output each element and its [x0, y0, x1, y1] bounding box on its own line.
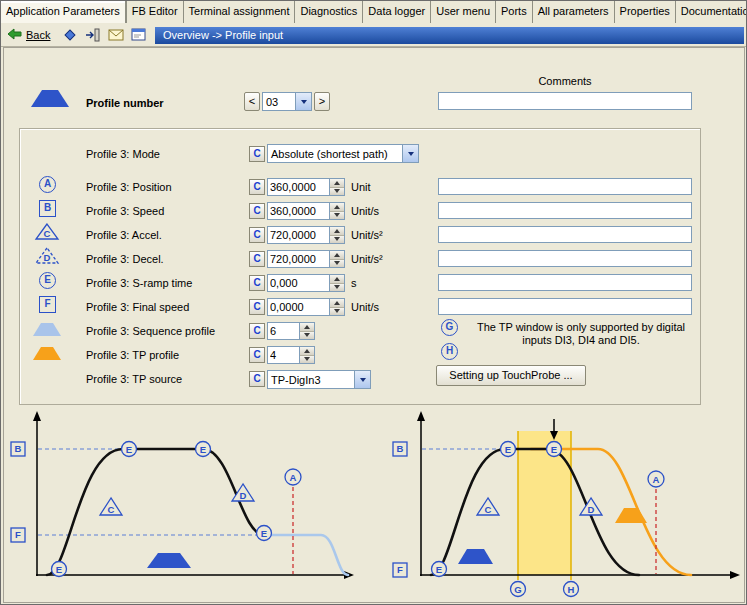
tp-profile-label: Profile 3: TP profile [86, 349, 179, 361]
spin-up-button[interactable] [300, 347, 314, 356]
final-speed-spinedit[interactable] [267, 298, 345, 316]
mail-icon[interactable] [106, 26, 126, 44]
tab-diagnostics[interactable]: Diagnostics [294, 1, 362, 23]
sramp-input[interactable] [268, 275, 329, 291]
spin-up-button[interactable] [330, 251, 344, 260]
tp-source-c-button[interactable]: C [249, 371, 265, 387]
profile-number-value: 03 [263, 96, 295, 108]
final-speed-comment-input[interactable] [438, 298, 692, 315]
sequence-input[interactable] [268, 323, 299, 339]
sramp-label: Profile 3: S-ramp time [86, 277, 192, 289]
tab-fb-editor[interactable]: FB Editor [126, 1, 183, 23]
position-spinedit[interactable] [267, 178, 345, 196]
svg-text:F: F [397, 564, 403, 575]
accel-c-button[interactable]: C [249, 227, 265, 243]
speed-c-button[interactable]: C [249, 203, 265, 219]
tab-all-parameters[interactable]: All parameters [532, 1, 614, 23]
final-speed-unit: Unit/s [351, 301, 379, 313]
marker-d-icon: D [34, 246, 60, 265]
tab-data-logger[interactable]: Data logger [362, 1, 430, 23]
mode-c-button[interactable]: C [249, 146, 265, 162]
final-speed-c-button[interactable]: C [249, 299, 265, 315]
speed-input[interactable] [268, 203, 329, 219]
sequence-label: Profile 3: Sequence profile [86, 325, 215, 337]
spin-up-button[interactable] [330, 299, 344, 308]
position-input[interactable] [268, 179, 329, 195]
speed-unit: Unit/s [351, 205, 379, 217]
position-comment-input[interactable] [438, 178, 692, 195]
speed-spinedit[interactable] [267, 202, 345, 220]
profile-number-label: Profile number [86, 97, 164, 109]
breadcrumb-text: Overview -> Profile input [163, 29, 283, 41]
svg-text:B: B [15, 443, 22, 454]
decel-input[interactable] [268, 251, 329, 267]
comments-input[interactable] [438, 92, 692, 110]
window-icon[interactable] [129, 26, 149, 44]
sramp-comment-input[interactable] [438, 274, 692, 291]
svg-text:E: E [261, 528, 267, 539]
spin-down-button[interactable] [330, 260, 344, 268]
profile-next-button[interactable]: > [314, 92, 330, 111]
touchprobe-setup-button[interactable]: Setting up TouchProbe ... [436, 365, 586, 386]
decel-comment-input[interactable] [438, 250, 692, 267]
spin-down-button[interactable] [330, 236, 344, 244]
position-label: Profile 3: Position [86, 181, 172, 193]
tab-documentation[interactable]: Documentation [675, 1, 746, 23]
accel-spinedit[interactable] [267, 226, 345, 244]
spin-down-button[interactable] [330, 284, 344, 292]
spin-down-button[interactable] [330, 188, 344, 196]
tp-profile-c-button[interactable]: C [249, 347, 265, 363]
final-speed-input[interactable] [268, 299, 329, 315]
diamond-icon[interactable] [60, 26, 80, 44]
spin-down-button[interactable] [300, 332, 314, 340]
spin-down-button[interactable] [330, 308, 344, 316]
tp-profile-input[interactable] [268, 347, 299, 363]
tp-profile-spinedit[interactable] [267, 346, 315, 364]
dropdown-arrow-icon[interactable] [354, 371, 370, 388]
import-icon[interactable] [83, 26, 103, 44]
svg-text:A: A [653, 474, 660, 485]
accel-comment-input[interactable] [438, 226, 692, 243]
back-button[interactable]: Back [7, 28, 50, 42]
accel-input[interactable] [268, 227, 329, 243]
profile-diagram-right: A E E E C D B F G H [381, 407, 747, 605]
sequence-c-button[interactable]: C [249, 323, 265, 339]
spin-up-button[interactable] [330, 275, 344, 284]
svg-text:C: C [108, 504, 115, 515]
tab-properties[interactable]: Properties [614, 1, 675, 23]
spin-up-button[interactable] [330, 203, 344, 212]
tab-application-parameters[interactable]: Application Parameters [1, 1, 126, 23]
svg-text:F: F [15, 529, 21, 540]
profile-number-combobox[interactable]: 03 [262, 92, 312, 111]
profile-prev-button[interactable]: < [244, 92, 260, 111]
svg-text:D: D [588, 504, 595, 515]
dropdown-arrow-icon[interactable] [295, 93, 311, 110]
spin-up-button[interactable] [330, 227, 344, 236]
spin-down-button[interactable] [300, 356, 314, 364]
tab-terminal-assignment[interactable]: Terminal assignment [183, 1, 295, 23]
sramp-spinedit[interactable] [267, 274, 345, 292]
tp-source-combobox[interactable]: TP-DigIn3 [267, 370, 371, 389]
position-c-button[interactable]: C [249, 179, 265, 195]
mode-combobox[interactable]: Absolute (shortest path) [267, 144, 419, 163]
spin-up-button[interactable] [330, 179, 344, 188]
spin-up-button[interactable] [300, 323, 314, 332]
svg-text:E: E [436, 564, 442, 575]
sramp-unit: s [351, 277, 357, 289]
dropdown-arrow-icon[interactable] [402, 145, 418, 162]
tp-window-note: The TP window is only supported by digit… [461, 321, 701, 347]
svg-text:E: E [200, 444, 206, 455]
decel-spinedit[interactable] [267, 250, 345, 268]
decel-c-button[interactable]: C [249, 251, 265, 267]
speed-comment-input[interactable] [438, 202, 692, 219]
spin-down-button[interactable] [330, 212, 344, 220]
sramp-c-button[interactable]: C [249, 275, 265, 291]
final-speed-label: Profile 3: Final speed [86, 301, 189, 313]
svg-text:E: E [126, 444, 132, 455]
sequence-spinedit[interactable] [267, 322, 315, 340]
tp-window-note-line2: inputs DI3, DI4 and DI5. [461, 334, 701, 347]
back-arrow-icon [7, 28, 22, 42]
tab-ports[interactable]: Ports [495, 1, 532, 23]
svg-text:D: D [240, 490, 247, 501]
tab-user-menu[interactable]: User menu [430, 1, 495, 23]
